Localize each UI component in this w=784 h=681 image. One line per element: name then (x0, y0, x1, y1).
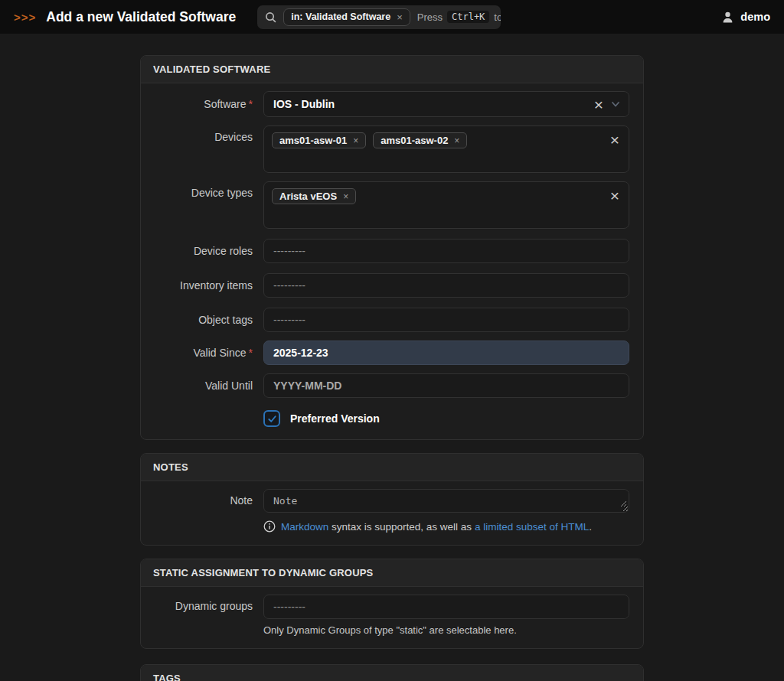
devices-label: Devices (141, 125, 263, 143)
devices-clear-icon[interactable]: × (610, 132, 619, 148)
search-icon (265, 11, 276, 23)
search-filter-chip[interactable]: in: Validated Software × (283, 8, 410, 26)
device-tag-label: ams01-asw-02 (381, 135, 448, 146)
dynamic-groups-card: STATIC ASSIGNMENT TO DYNAMIC GROUPS Dyna… (140, 559, 644, 649)
preferred-version-row: Preferred Version (263, 410, 643, 427)
search-hint-suffix: to (494, 11, 501, 23)
user-name: demo (740, 11, 770, 23)
device-roles-label: Device roles (141, 245, 263, 257)
main-content: VALIDATED SOFTWARE Software* IOS - Dubli… (0, 34, 784, 681)
global-search-input[interactable]: in: Validated Software × Press Ctrl+K to (257, 5, 501, 29)
inventory-items-row: Inventory items (141, 273, 643, 298)
valid-since-label: Valid Since* (141, 347, 263, 359)
app-header: >>> Add a new Validated Software in: Val… (0, 0, 784, 34)
device-tag-chip[interactable]: ams01-asw-02 × (373, 132, 467, 148)
inventory-items-label: Inventory items (141, 279, 263, 292)
user-icon (721, 11, 734, 24)
search-filter-remove-icon[interactable]: × (397, 11, 403, 23)
checkmark-icon (267, 414, 277, 424)
object-tags-row: Object tags (141, 308, 643, 332)
valid-until-input[interactable] (263, 373, 629, 398)
software-select[interactable]: IOS - Dublin × (263, 91, 629, 117)
validated-software-card: VALIDATED SOFTWARE Software* IOS - Dubli… (140, 55, 644, 440)
required-asterisk: * (249, 98, 253, 110)
devices-multiselect[interactable]: ams01-asw-01 × ams01-asw-02 × × (263, 125, 629, 173)
note-row: Note Markdown syntax is supported, as we… (141, 489, 643, 533)
dynamic-groups-help-text: Only Dynamic Groups of type "static" are… (263, 624, 629, 636)
device-types-row: Device types Arista vEOS × × (141, 181, 643, 229)
required-asterisk: * (249, 347, 253, 359)
dynamic-groups-section-title: STATIC ASSIGNMENT TO DYNAMIC GROUPS (141, 559, 643, 587)
devices-row: Devices ams01-asw-01 × ams01-asw-02 × (141, 125, 643, 173)
preferred-version-checkbox[interactable] (263, 410, 280, 427)
note-label: Note (141, 489, 263, 507)
device-type-tag-chip[interactable]: Arista vEOS × (272, 188, 356, 204)
device-tag-remove-icon[interactable]: × (353, 135, 358, 146)
device-types-clear-icon[interactable]: × (610, 187, 619, 204)
device-tag-label: ams01-asw-01 (279, 135, 347, 146)
dynamic-groups-label: Dynamic groups (141, 595, 263, 612)
search-placeholder: Press Ctrl+K to (417, 11, 501, 23)
software-clear-icon[interactable]: × (594, 96, 603, 112)
valid-since-input[interactable] (263, 340, 629, 365)
inventory-items-select[interactable] (263, 273, 629, 298)
markdown-help-middle: syntax is supported, as well as (328, 521, 475, 533)
device-roles-row: Device roles (141, 239, 643, 263)
device-tag-chip[interactable]: ams01-asw-01 × (272, 132, 366, 148)
device-tag-remove-icon[interactable]: × (454, 135, 459, 146)
info-icon (263, 520, 276, 533)
valid-until-label: Valid Until (141, 380, 263, 392)
software-label: Software* (141, 98, 263, 110)
preferred-version-label: Preferred Version (290, 412, 380, 425)
valid-until-row: Valid Until (141, 373, 643, 398)
user-menu[interactable]: demo (721, 11, 770, 24)
chevron-down-icon[interactable] (610, 99, 621, 109)
device-roles-select[interactable] (263, 239, 629, 263)
notes-card: NOTES Note Markdown syntax is supported,… (140, 453, 644, 546)
validated-software-section-title: VALIDATED SOFTWARE (141, 56, 643, 83)
page-title: Add a new Validated Software (46, 9, 236, 25)
markdown-help-end: . (589, 521, 592, 533)
software-row: Software* IOS - Dublin × (141, 91, 643, 117)
tags-section-title: TAGS (141, 665, 643, 681)
valid-since-row: Valid Since* (141, 340, 643, 365)
device-types-label: Device types (141, 181, 263, 199)
device-types-multiselect[interactable]: Arista vEOS × × (263, 181, 629, 229)
search-hint-kbd: Ctrl+K (447, 11, 489, 23)
device-type-tag-remove-icon[interactable]: × (343, 191, 348, 202)
device-type-tag-label: Arista vEOS (279, 191, 337, 202)
search-hint-prefix: Press (417, 11, 443, 23)
note-textarea[interactable] (263, 489, 629, 513)
html-subset-link[interactable]: a limited subset of HTML (475, 521, 589, 533)
notes-section-title: NOTES (141, 454, 643, 481)
object-tags-select[interactable] (263, 308, 629, 332)
markdown-help-text: Markdown syntax is supported, as well as… (263, 520, 629, 533)
markdown-link[interactable]: Markdown (281, 521, 328, 533)
software-selected-value: IOS - Dublin (273, 98, 594, 110)
nautobot-logo-icon[interactable]: >>> (14, 11, 36, 24)
dynamic-groups-row: Dynamic groups Only Dynamic Groups of ty… (141, 595, 643, 636)
object-tags-label: Object tags (141, 314, 263, 326)
tags-card: TAGS (140, 664, 644, 681)
dynamic-groups-select[interactable] (263, 595, 629, 619)
search-filter-label: in: Validated Software (291, 11, 390, 22)
